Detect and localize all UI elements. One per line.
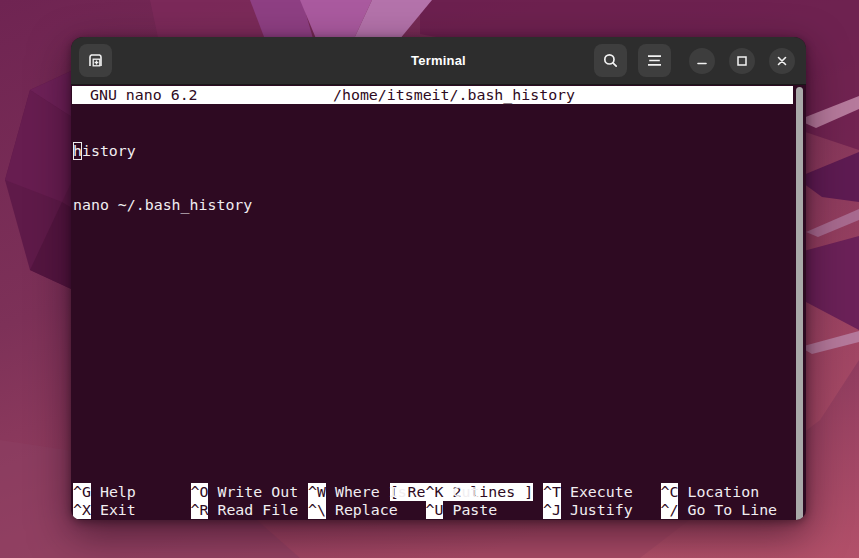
buffer-line: nano ~/.bash_history bbox=[73, 196, 252, 214]
shortcut-row: ^XExit ^RRead File ^\Replace ^UPaste ^JJ… bbox=[73, 501, 798, 519]
new-tab-button[interactable] bbox=[79, 44, 112, 77]
close-icon bbox=[776, 55, 788, 67]
maximize-button[interactable] bbox=[729, 48, 755, 74]
nano-shortcut-bar: ^GHelp ^OWrite Out ^WWhere Is ^KCut ^TEx… bbox=[73, 483, 798, 519]
shortcut-write-out: ^OWrite Out bbox=[191, 483, 309, 501]
maximize-icon bbox=[736, 55, 748, 67]
titlebar: Terminal bbox=[71, 37, 806, 85]
close-button[interactable] bbox=[769, 48, 795, 74]
shortcut-row: ^GHelp ^OWrite Out ^WWhere Is ^KCut ^TEx… bbox=[73, 483, 798, 501]
nano-file-path: /home/itsmeit/.bash_history bbox=[333, 86, 575, 104]
buffer-line: history bbox=[73, 142, 252, 160]
minimize-button[interactable] bbox=[689, 48, 715, 74]
nano-buffer: history nano ~/.bash_history bbox=[73, 106, 252, 251]
minimize-icon bbox=[696, 55, 708, 67]
menu-icon bbox=[647, 54, 662, 67]
shortcut-read-file: ^RRead File bbox=[191, 501, 309, 519]
nano-version-label: GNU nano 6.2 bbox=[90, 86, 198, 104]
shortcut-paste: ^UPaste bbox=[426, 501, 544, 519]
window-title: Terminal bbox=[411, 53, 466, 68]
menu-button[interactable] bbox=[638, 44, 671, 77]
shortcut-cut: ^KCut bbox=[426, 483, 544, 501]
shortcut-where-is: ^WWhere Is bbox=[308, 483, 426, 501]
shortcut-replace: ^\Replace bbox=[308, 501, 426, 519]
shortcut-justify: ^JJustify bbox=[543, 501, 661, 519]
shortcut-exit: ^XExit bbox=[73, 501, 191, 519]
terminal-scrollbar[interactable] bbox=[796, 87, 803, 520]
search-button[interactable] bbox=[594, 44, 627, 77]
search-icon bbox=[602, 52, 619, 69]
shortcut-go-to-line: ^/Go To Line bbox=[661, 501, 792, 519]
terminal-screen[interactable]: GNU nano 6.2 /home/itsmeit/.bash_history… bbox=[71, 85, 806, 520]
nano-title-bar: GNU nano 6.2 /home/itsmeit/.bash_history bbox=[72, 86, 793, 104]
tab-new-icon bbox=[87, 52, 104, 69]
shortcut-help: ^GHelp bbox=[73, 483, 191, 501]
terminal-window: Terminal bbox=[71, 37, 806, 520]
shortcut-execute: ^TExecute bbox=[543, 483, 661, 501]
text-cursor: h bbox=[73, 142, 82, 160]
shortcut-location: ^CLocation bbox=[661, 483, 792, 501]
